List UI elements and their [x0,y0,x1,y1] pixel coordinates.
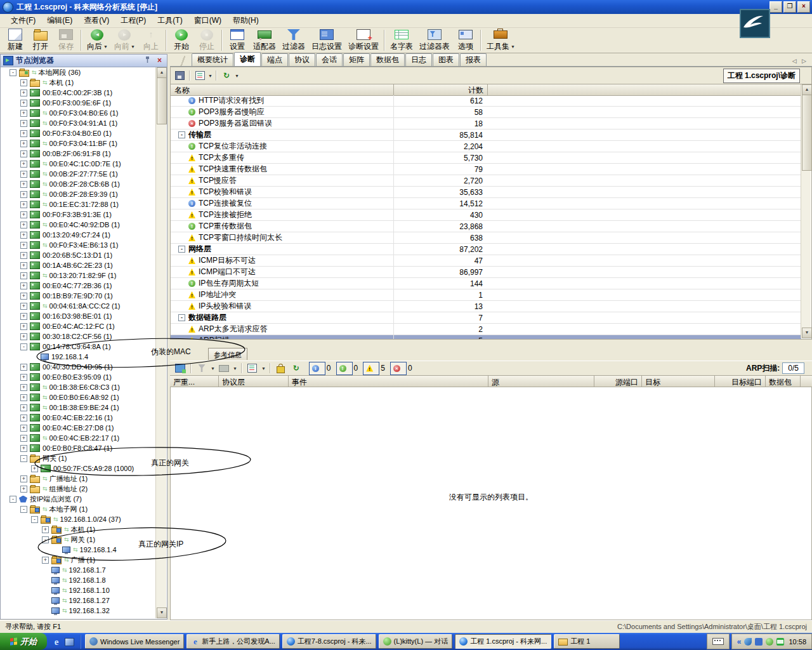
tree-node[interactable]: +⇆00:0B:2F:28:CB:6B (1) [1,179,156,189]
tree-node[interactable]: +00:E0:4C:EB:27:D8 (1) [1,423,156,433]
tree-expander-icon[interactable]: + [20,90,27,96]
tree-expander-icon[interactable]: + [20,272,27,279]
diagnosis-row[interactable]: !TCP复位非活动连接2,204 [171,141,801,152]
diagnosis-row[interactable]: !IP头校验和错误13 [171,301,801,312]
tab-报表[interactable]: 报表 [460,53,487,66]
tab-协议[interactable]: 协议 [289,53,315,66]
warn-counter-button[interactable]: ! [363,362,379,375]
tab-概要统计[interactable]: 概要统计 [192,53,233,66]
taskbar-task[interactable]: Windows Live Messenger [85,634,184,649]
close-panel-icon[interactable]: × [155,56,164,65]
horizontal-splitter[interactable] [170,340,812,346]
tree-expander-icon[interactable]: + [20,313,27,320]
tree-expander-icon[interactable]: + [20,445,27,452]
tree-node[interactable]: +⇆00:F0:F3:04:91:A1 (1) [1,118,156,128]
adapter-button[interactable]: 适配器 [250,28,279,53]
info-counter-button[interactable]: i [309,362,325,375]
column-list-icon[interactable] [246,362,259,374]
tab-scroll-arrows[interactable]: ◁ ▷ [792,58,812,66]
tree-node[interactable]: +⇆00:E0:4C:1C:0D:7E (1) [1,159,156,169]
tree-node[interactable]: +00:16:D3:98:BE:01 (1) [1,311,156,321]
tree-expander-icon[interactable]: - [31,516,38,523]
display-options-dropdown-icon[interactable]: ▼ [208,74,213,78]
tree-expander-icon[interactable]: + [20,242,27,249]
tree-scroll-thumb[interactable] [157,77,167,124]
tree-expander-icon[interactable]: + [20,435,27,442]
hide-tray-icons-icon[interactable]: « [737,637,742,646]
pin-icon[interactable] [143,56,152,65]
ie-quicklaunch-icon[interactable]: e [51,637,62,647]
tree-expander-icon[interactable]: + [20,232,27,239]
diagnosis-row[interactable]: iTCP连接被复位14,512 [171,198,801,209]
menu-item[interactable]: 查看(V) [78,14,115,27]
tree-expander-icon[interactable]: + [20,181,27,188]
tree-expander-icon[interactable]: + [20,404,27,411]
tree-expander-icon[interactable]: + [20,323,27,330]
tree-expander-icon[interactable]: - [20,343,27,350]
tree-expander-icon[interactable]: + [20,110,27,117]
tree-node[interactable]: +00:F0:F3:04:B0:E0 (1) [1,128,156,138]
tree-node[interactable]: +00:E0:4C:77:2B:36 (1) [1,281,156,291]
group-expander-icon[interactable]: - [178,131,185,138]
menu-item[interactable]: 文件(F) [5,14,41,27]
tree-expander-icon[interactable]: + [20,150,27,157]
tree-expander-icon[interactable]: + [20,79,27,86]
dropdown-arrow-icon[interactable]: ▼ [103,44,108,49]
tab-矩阵[interactable]: 矩阵 [343,53,370,66]
tree-node[interactable]: +⇆00:F0:F3:04:11:BF (1) [1,138,156,149]
taskbar-task[interactable]: e新手上路，公司发现A... [187,634,280,649]
diagnosis-row[interactable]: !ARP扫描5 [171,335,801,339]
diagnosis-row[interactable]: !ARP太多无请求应答2 [171,324,801,335]
export-icon[interactable] [174,362,187,374]
tree-node[interactable]: -⇆本地子网 (1) [1,504,156,514]
tree-expander-icon[interactable]: + [20,140,27,147]
tree-node[interactable]: +⇆00:E0:B0:E6:A8:92 (1) [1,392,156,402]
menu-item[interactable]: 帮助(H) [227,14,265,27]
tree-expander-icon[interactable]: + [42,557,49,564]
scroll-up-icon[interactable]: ▲ [802,84,812,95]
tree-node[interactable]: +⇆00:1B:38:E9:BE:24 (1) [1,402,156,413]
tree-expander-icon[interactable]: + [20,120,27,127]
diagnosis-row[interactable]: !TCP校验和错误35,633 [171,187,801,198]
tree-node[interactable]: +00:E0:B0:F8:C8:47 (1) [1,443,156,453]
tree-scrollbar[interactable]: ▲ ▼ [155,67,166,618]
scroll-up-icon[interactable]: ▲ [157,67,167,78]
tree-expander-icon[interactable]: + [20,252,27,259]
tree-node[interactable]: +00:13:20:49:C7:24 (1) [1,230,156,240]
tree-node[interactable]: ⇆192.168.1.27 [1,595,156,606]
diagnosis-row[interactable]: !POP3服务器慢响应58 [171,107,801,118]
tree-expander-icon[interactable]: + [20,425,27,432]
ref-column-6[interactable]: 目标 [642,376,715,387]
start-button[interactable]: 开始 [0,633,47,650]
tree-node[interactable]: +00:50:7F:C5:A9:28 (1000) [1,463,156,474]
ref-column-2[interactable]: 协议层 [219,376,289,387]
tree-node[interactable]: +00:E0:4C:EB:22:16 (1) [1,413,156,423]
ref-column-3[interactable]: 事件 [289,376,488,387]
tray-messenger-icon[interactable] [766,638,773,646]
diagnosis-row[interactable]: !IP地址冲突1 [171,289,801,301]
tree-expander-icon[interactable]: + [20,201,27,208]
open-folder-button[interactable]: 打开 [28,28,53,53]
tab-会话[interactable]: 会话 [316,53,343,66]
tree-expander-icon[interactable]: + [20,100,27,107]
back-button[interactable]: ◄向后▼ [84,28,111,53]
tree-node[interactable]: +00:F0:F3:00:9E:6F (1) [1,98,156,108]
tab-日志[interactable]: 日志 [405,53,432,66]
tree-node[interactable]: +⇆本机 (1) [1,524,156,534]
tree-node[interactable]: +⇆00:04:61:8A:CC:C2 (1) [1,301,156,311]
diagnosis-row[interactable]: !TCP太多重传5,730 [171,152,801,164]
tree-expander-icon[interactable]: + [20,222,27,229]
lock-icon[interactable] [275,362,287,374]
tree-node[interactable]: +00:E0:4C:00:2F:3B (1) [1,88,156,98]
tree-node[interactable]: ⇆192.168.1.4 [1,545,156,555]
diagnosis-row[interactable]: !TCP重传数据包23,868 [171,221,801,232]
tree-expander-icon[interactable]: - [10,69,16,76]
tree-expander-icon[interactable]: + [20,191,27,198]
tree-node[interactable]: -按IP端点浏览 (7) [1,494,156,504]
tree-expander-icon[interactable]: + [20,394,27,401]
tree-node[interactable]: +00:0B:2F:06:91:F8 (1) [1,149,156,159]
tree-node[interactable]: -网关 (1) [1,453,156,463]
toolset-button[interactable]: 工具集▼ [483,28,518,53]
tree-node[interactable]: +00:30:18:C2:CF:56 (1) [1,331,156,342]
tree-node[interactable]: +⇆广播地址 (1) [1,474,156,484]
